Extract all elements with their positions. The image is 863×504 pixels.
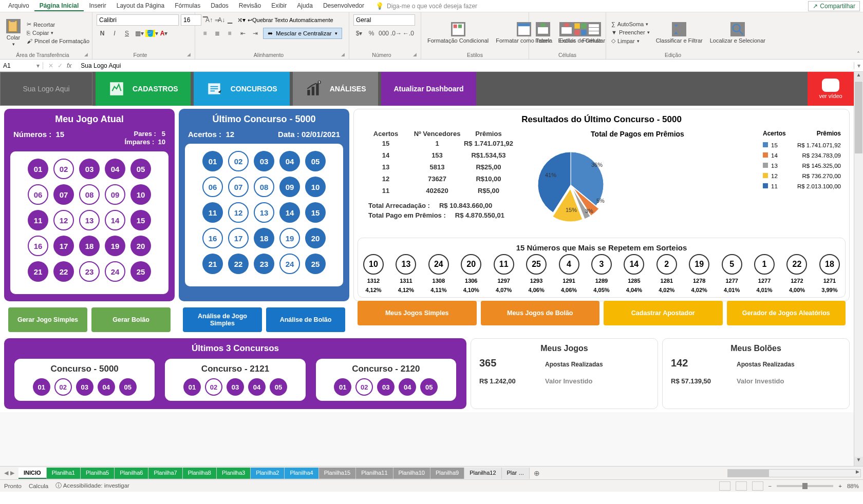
fill-button[interactable]: ▼Preencher▾ xyxy=(610,29,651,36)
align-bottom[interactable]: ▁ xyxy=(224,14,235,26)
align-center[interactable]: ≣ xyxy=(212,28,223,39)
tab-nav-prev[interactable]: ◀ xyxy=(4,470,8,476)
align-left[interactable]: ≡ xyxy=(199,28,211,39)
italic-button[interactable]: I xyxy=(109,28,120,39)
menu-exibir[interactable]: Exibir xyxy=(266,1,292,11)
border-button[interactable]: ▦▾ xyxy=(134,28,145,39)
number-format-select[interactable] xyxy=(353,14,415,26)
zoom-in-button[interactable]: + xyxy=(838,483,842,489)
btn-analise-bolao[interactable]: Análise de Bolão xyxy=(266,307,345,332)
underline-button[interactable]: S xyxy=(121,28,133,39)
menu-fórmulas[interactable]: Fórmulas xyxy=(170,1,205,11)
tell-me-box[interactable]: 💡 Diga-me o que você deseja fazer xyxy=(376,2,808,10)
find-select-button[interactable]: Localizar e Selecionar xyxy=(708,22,767,44)
menu-desenvolvedor[interactable]: Desenvolvedor xyxy=(318,1,369,11)
btn-cadastrar-apostador[interactable]: Cadastrar Apostador xyxy=(604,301,723,325)
percent-button[interactable]: % xyxy=(366,28,377,39)
inc-decimal[interactable]: .0→ xyxy=(390,28,402,39)
zoom-out-button[interactable]: − xyxy=(768,483,772,489)
vertical-scrollbar[interactable]: ▲ ▼ xyxy=(854,72,863,466)
menu-dados[interactable]: Dados xyxy=(205,1,234,11)
scroll-up-icon[interactable]: ▲ xyxy=(854,72,863,81)
menu-layout-da-página[interactable]: Layout da Página xyxy=(111,1,170,11)
clear-button[interactable]: ◇Limpar▾ xyxy=(610,37,651,45)
name-box[interactable]: A1 ▾ xyxy=(0,62,43,69)
sheet-tab[interactable]: Planilha4 xyxy=(285,468,318,479)
nav-atualizar[interactable]: Atualizar Dashboard xyxy=(381,72,476,106)
sheet-tab[interactable]: Planilha11 xyxy=(356,468,393,479)
dec-decimal[interactable]: ←.0 xyxy=(403,28,414,39)
zoom-slider[interactable] xyxy=(777,485,833,487)
comma-button[interactable]: 000 xyxy=(378,28,389,39)
btn-meus-jogos-bolao[interactable]: Meus Jogos de Bolão xyxy=(481,301,600,325)
scroll-thumb[interactable] xyxy=(855,82,862,153)
nav-analises[interactable]: $ ANÁLISES xyxy=(293,72,379,106)
nav-concursos[interactable]: CONCURSOS xyxy=(194,72,290,106)
autosum-button[interactable]: ∑AutoSoma▾ xyxy=(610,21,651,28)
sheet-tab[interactable]: Planilha12 xyxy=(464,468,501,479)
sheet-tab[interactable]: Planilha7 xyxy=(148,468,182,479)
share-button[interactable]: ↗ Compartilhar xyxy=(808,1,860,11)
btn-gerar-jogo-simples[interactable]: Gerar Jogo Simples xyxy=(8,307,87,332)
accessibility-status[interactable]: ⓘ Acessibilidade: investigar xyxy=(55,482,129,490)
insert-cells-button[interactable]: Inserir xyxy=(533,22,553,44)
horizontal-scrollbar[interactable]: ◀▶ xyxy=(727,469,861,477)
font-name-select[interactable] xyxy=(97,14,179,26)
view-normal-button[interactable] xyxy=(719,481,730,491)
format-cells-button[interactable]: Formatar xyxy=(580,22,608,44)
conditional-format-button[interactable]: Formatação Condicional xyxy=(425,22,491,44)
sort-filter-button[interactable]: Classificar e Filtrar xyxy=(654,22,705,44)
menu-arquivo[interactable]: Arquivo xyxy=(3,1,34,11)
sheet-tab[interactable]: Planilha15 xyxy=(319,468,356,479)
merge-center-button[interactable]: ⬌Mesclar e Centralizar▾ xyxy=(263,28,342,39)
currency-button[interactable]: $▾ xyxy=(353,28,365,39)
view-pagebreak-button[interactable] xyxy=(752,481,763,491)
sheet-tab[interactable]: INICIO xyxy=(18,468,47,479)
format-painter-button[interactable]: 🖌Pincel de Formatação xyxy=(26,37,90,45)
bold-button[interactable]: N xyxy=(97,28,108,39)
worksheet-area[interactable]: Sua Logo Aqui CADASTROS CONCURSOS $ ANÁL… xyxy=(0,72,854,466)
menu-revisão[interactable]: Revisão xyxy=(234,1,266,11)
sheet-tab[interactable]: Planilha10 xyxy=(393,468,430,479)
btn-gerador-aleatorio[interactable]: Gerador de Jogos Aleatórios xyxy=(727,301,846,325)
paste-button[interactable]: Colar▾ xyxy=(4,19,23,47)
wrap-text-button[interactable]: ↩Quebrar Texto Automaticamente xyxy=(248,17,333,24)
sheet-tab[interactable]: Planilha2 xyxy=(251,468,285,479)
increase-indent[interactable]: ⇥ xyxy=(250,28,261,39)
sheet-tab[interactable]: Planilha5 xyxy=(81,468,115,479)
sheet-tab[interactable]: Plar … xyxy=(502,468,530,479)
btn-analise-jogo-simples[interactable]: Análise de Jogo Simples xyxy=(183,307,262,332)
orientation-button[interactable]: ⤭▾ xyxy=(237,16,246,24)
expand-formula-bar[interactable]: ▾ xyxy=(854,62,863,69)
font-color-button[interactable]: A▾ xyxy=(158,28,170,39)
menu-página-inicial[interactable]: Página Inicial xyxy=(34,1,84,11)
copy-button[interactable]: ⎘Copiar▾ xyxy=(26,29,90,36)
decrease-indent[interactable]: ⇤ xyxy=(237,28,249,39)
formula-input[interactable]: Sua Logo Aqui xyxy=(77,62,854,69)
sheet-tab[interactable]: Planilha3 xyxy=(217,468,251,479)
video-button[interactable]: ver vídeo xyxy=(808,72,854,106)
sheet-tab[interactable]: Planilha6 xyxy=(115,468,148,479)
sheet-tab[interactable]: Planilha1 xyxy=(47,468,81,479)
enter-icon[interactable]: ✓ xyxy=(58,62,63,69)
cut-button[interactable]: ✂Recortar xyxy=(26,21,90,28)
sheet-tab[interactable]: Planilha9 xyxy=(430,468,464,479)
nav-cadastros[interactable]: CADASTROS xyxy=(96,72,191,106)
cancel-icon[interactable]: ✕ xyxy=(48,62,53,69)
menu-ajuda[interactable]: Ajuda xyxy=(292,1,318,11)
menu-inserir[interactable]: Inserir xyxy=(84,1,111,11)
sheet-tab[interactable]: Planilha8 xyxy=(183,468,217,479)
new-sheet-button[interactable]: ⊕ xyxy=(530,469,544,477)
btn-meus-jogos-simples[interactable]: Meus Jogos Simples xyxy=(358,301,477,325)
fx-icon[interactable]: fx xyxy=(67,62,71,69)
view-layout-button[interactable] xyxy=(736,481,747,491)
scroll-down-icon[interactable]: ▼ xyxy=(854,457,863,466)
align-right[interactable]: ≡ xyxy=(224,28,235,39)
tab-nav-next[interactable]: ▶ xyxy=(10,470,14,476)
btn-gerar-bolao[interactable]: Gerar Bolão xyxy=(91,307,171,332)
zoom-level[interactable]: 88% xyxy=(847,483,859,489)
align-top[interactable]: ▔ xyxy=(199,14,211,26)
delete-cells-button[interactable]: Excluir xyxy=(556,22,577,44)
fill-color-button[interactable]: 🪣▾ xyxy=(146,28,157,39)
collapse-ribbon-button[interactable]: ˄ xyxy=(857,51,860,58)
